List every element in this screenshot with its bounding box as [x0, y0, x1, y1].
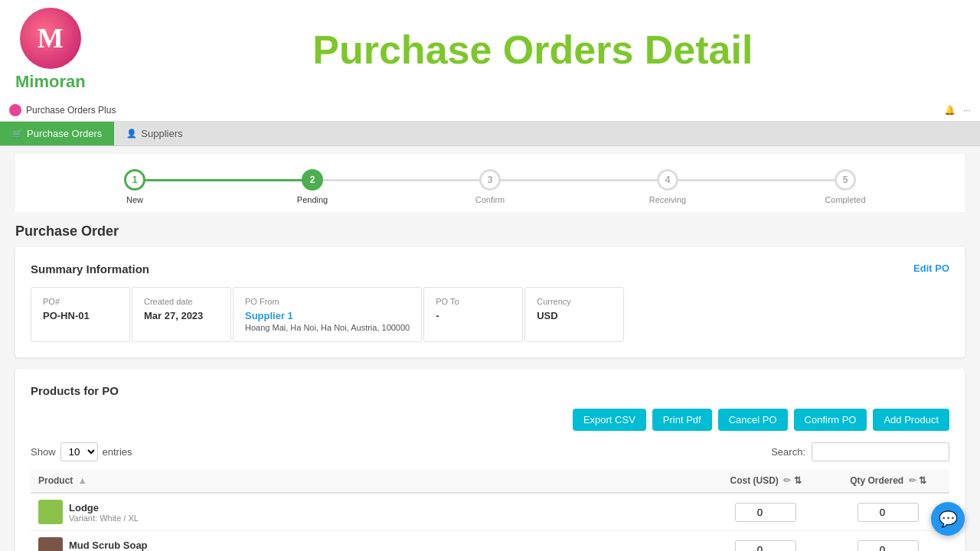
purchase-orders-icon: 🛒	[12, 129, 23, 139]
table-row: Mud Scrub Soap Variant: Mud Scrub Soap	[31, 531, 949, 552]
export-csv-button[interactable]: Export CSV	[573, 409, 646, 431]
app-bar-title: Purchase Orders Plus	[26, 105, 116, 116]
app-bar-actions: 🔔 ···	[944, 105, 971, 116]
cost-sort-arrows: ⇅	[794, 475, 802, 486]
product-cell-0: Lodge Variant: White / XL	[31, 493, 704, 531]
print-pdf-button[interactable]: Print Pdf	[652, 409, 712, 431]
products-card: Products for PO Export CSV Print Pdf Can…	[15, 369, 965, 551]
summary-cell-po-from: PO From Supplier 1 Hoang Mai, Ha Noi, Ha…	[233, 287, 422, 342]
cost-cell-0	[704, 493, 827, 531]
entries-label: entries	[103, 446, 132, 458]
step-label-confirm: Confirm	[475, 195, 505, 204]
qty-sort-arrows: ⇅	[919, 475, 926, 486]
step-completed: 5 Completed	[756, 169, 934, 204]
currency-label: Currency	[537, 297, 612, 306]
step-label-completed: Completed	[825, 195, 865, 204]
step-circle-confirm: 3	[479, 169, 501, 191]
product-info-1: Mud Scrub Soap Variant: Mud Scrub Soap	[69, 540, 162, 552]
summary-cell-po-to: PO To -	[423, 287, 523, 342]
po-number-value: PO-HN-01	[43, 310, 118, 321]
qty-sort-icon: ✏	[909, 475, 916, 486]
qty-input-1[interactable]	[858, 540, 919, 552]
product-variant-0: Variant: White / XL	[69, 514, 139, 523]
qty-cell-0	[827, 493, 949, 531]
cost-sort-icon: ✏	[783, 475, 791, 486]
step-receiving: 4 Receiving	[579, 169, 756, 204]
step-circle-completed: 5	[835, 169, 856, 191]
po-from-label: PO From	[245, 297, 410, 306]
summary-cell-created-date: Created date Mar 27, 2023	[132, 287, 231, 342]
step-label-receiving: Receiving	[649, 195, 686, 204]
qty-input-0[interactable]	[858, 503, 919, 522]
entries-select[interactable]: 10 25 50	[60, 442, 98, 461]
more-icon[interactable]: ···	[963, 105, 971, 116]
created-date-value: Mar 27, 2023	[144, 310, 219, 321]
search-box: Search:	[771, 442, 949, 461]
step-label-new: New	[126, 195, 143, 204]
col-cost[interactable]: Cost (USD) ✏ ⇅	[704, 469, 827, 493]
logo-area: M Mimoran	[15, 8, 86, 92]
main-content: 1 New 2 Pending 3 Confirm 4 Receiving 5 …	[0, 146, 980, 551]
nav-tab-suppliers[interactable]: 👤 Suppliers	[114, 122, 194, 145]
qty-cell-1	[827, 531, 949, 552]
progress-stepper: 1 New 2 Pending 3 Confirm 4 Receiving 5 …	[15, 154, 965, 212]
summary-card: Summary Information Edit PO PO# PO-HN-01…	[15, 247, 965, 357]
products-header: Products for PO	[31, 384, 949, 397]
nav-tab-purchase-orders[interactable]: 🛒 Purchase Orders	[0, 122, 114, 145]
po-from-supplier[interactable]: Supplier 1	[245, 310, 410, 321]
cost-input-0[interactable]	[735, 503, 796, 522]
step-circle-pending: 2	[302, 169, 323, 191]
product-cell-inner-1: Mud Scrub Soap Variant: Mud Scrub Soap	[38, 537, 697, 551]
col-product[interactable]: Product ▲	[31, 469, 704, 493]
summary-grid: PO# PO-HN-01 Created date Mar 27, 2023 P…	[31, 287, 949, 342]
col-qty[interactable]: Qty Ordered ✏ ⇅	[827, 469, 949, 493]
step-new: 1 New	[46, 169, 224, 204]
step-circle-receiving: 4	[657, 169, 678, 191]
cost-cell-1	[704, 531, 827, 552]
product-info-0: Lodge Variant: White / XL	[69, 502, 139, 523]
app-bar-icon	[9, 104, 21, 116]
product-cell-1: Mud Scrub Soap Variant: Mud Scrub Soap	[31, 531, 704, 552]
col-qty-label: Qty Ordered	[850, 475, 903, 486]
bell-icon[interactable]: 🔔	[944, 105, 956, 116]
cancel-po-button[interactable]: Cancel PO	[718, 409, 788, 431]
po-to-value: -	[436, 310, 511, 321]
nav-tabs: 🛒 Purchase Orders 👤 Suppliers	[0, 122, 980, 146]
logo-m-letter: M	[38, 22, 64, 54]
step-label-pending: Pending	[297, 195, 328, 204]
chat-bubble[interactable]: 💬	[931, 502, 965, 536]
step-circle-new: 1	[124, 169, 145, 191]
po-from-address: Hoang Mai, Ha Noi, Ha Noi, Austria, 1000…	[245, 323, 410, 332]
search-label: Search:	[771, 446, 805, 458]
search-input[interactable]	[812, 442, 949, 461]
po-number-label: PO#	[43, 297, 118, 306]
product-name-1: Mud Scrub Soap	[69, 540, 162, 551]
add-product-button[interactable]: Add Product	[873, 409, 949, 431]
product-sort-icon: ▲	[78, 475, 87, 486]
cost-input-1[interactable]	[735, 540, 796, 552]
products-table: Product ▲ Cost (USD) ✏ ⇅ Qty Ordered ✏ ⇅	[31, 469, 949, 551]
confirm-po-button[interactable]: Confirm PO	[794, 409, 867, 431]
table-row: Lodge Variant: White / XL	[31, 493, 949, 531]
currency-value: USD	[537, 310, 612, 321]
po-to-label: PO To	[436, 297, 511, 306]
product-cell-inner-0: Lodge Variant: White / XL	[38, 500, 697, 524]
product-thumb-1	[38, 537, 63, 551]
suppliers-label: Suppliers	[141, 128, 182, 139]
product-thumb-0	[38, 500, 63, 524]
summary-cell-currency: Currency USD	[524, 287, 624, 342]
show-entries-control: Show 10 25 50 entries	[31, 442, 132, 461]
chat-icon: 💬	[939, 510, 958, 528]
suppliers-icon: 👤	[126, 129, 137, 139]
app-bar: Purchase Orders Plus 🔔 ···	[0, 99, 980, 122]
purchase-order-title: Purchase Order	[15, 223, 965, 240]
product-name-0: Lodge	[69, 502, 139, 514]
step-confirm: 3 Confirm	[401, 169, 579, 204]
page-title: Purchase Orders Detail	[101, 27, 965, 73]
step-pending: 2 Pending	[224, 169, 401, 204]
summary-card-header: Summary Information Edit PO	[31, 262, 949, 276]
products-toolbar: Export CSV Print Pdf Cancel PO Confirm P…	[31, 409, 949, 431]
edit-po-link[interactable]: Edit PO	[913, 262, 949, 274]
show-label: Show	[31, 446, 56, 458]
logo-circle: M	[20, 8, 81, 69]
